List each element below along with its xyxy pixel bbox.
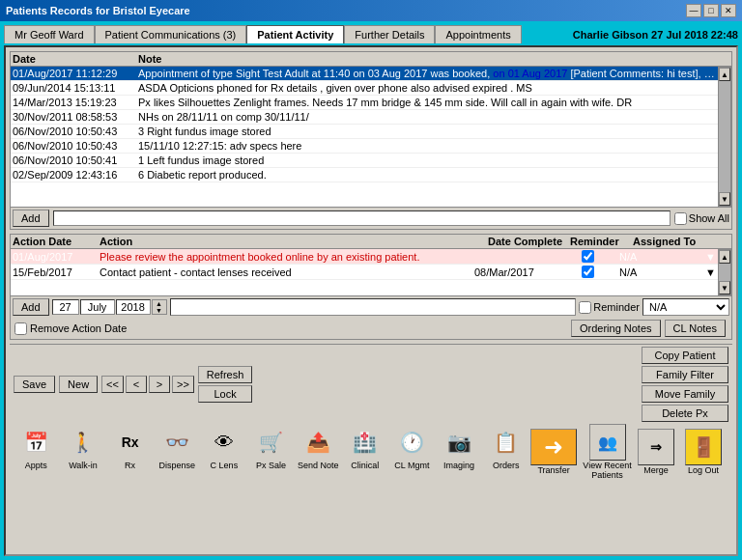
scroll-down-btn[interactable]: ▼: [719, 192, 730, 206]
rx-icon-btn[interactable]: Rx Rx: [107, 424, 153, 480]
lock-button[interactable]: Lock: [198, 385, 253, 403]
activity-row[interactable]: 01/Aug/2017 11:12:29 Appointment of type…: [11, 67, 718, 81]
actions-scroll-area: 01/Aug/2017 Please review the appointmen…: [11, 249, 731, 295]
reminder-label[interactable]: Reminder: [579, 301, 640, 314]
activity-row[interactable]: 06/Nov/2010 10:50:43 3 Right fundus imag…: [11, 125, 718, 139]
scroll-up-btn[interactable]: ▲: [719, 68, 730, 81]
pxsale-icon-btn[interactable]: 🛒 Px Sale: [248, 424, 294, 480]
logout-icon: 🚪: [685, 429, 722, 465]
merge-icon: ⇒: [638, 429, 674, 465]
show-all-label[interactable]: Show All: [674, 212, 729, 225]
delete-px-button[interactable]: Delete Px: [642, 405, 728, 422]
clmgmt-icon-btn[interactable]: 🕐 CL Mgmt: [389, 424, 435, 480]
day-input[interactable]: [52, 299, 79, 315]
walkin-icon-btn[interactable]: 🚶 Walk-in: [61, 424, 106, 480]
activity-scroll[interactable]: 01/Aug/2017 11:12:29 Appointment of type…: [11, 67, 718, 207]
activity-scrollbar[interactable]: ▲ ▼: [718, 67, 731, 207]
spinner-up[interactable]: ▲: [153, 300, 166, 307]
assigned-select[interactable]: N/A: [642, 298, 729, 316]
scroll-thumb[interactable]: [719, 264, 730, 281]
activity-note: ASDA Opticions phoned for Rx details , g…: [138, 82, 716, 94]
scroll-thumb[interactable]: [719, 81, 730, 192]
month-input[interactable]: [80, 299, 115, 315]
imaging-label: Imaging: [443, 461, 474, 470]
transfer-icon: ➜: [530, 429, 577, 465]
activity-date: 09/Jun/2014 15:13:11: [13, 82, 138, 94]
view-recent-button[interactable]: 👥 View Recent Patients: [581, 424, 634, 480]
sendnote-icon-btn[interactable]: 📤 Send Note: [296, 424, 341, 480]
walkin-label: Walk-in: [69, 461, 98, 470]
add-reminder-checkbox[interactable]: [579, 301, 591, 314]
action-row[interactable]: 15/Feb/2017 Contact patient - contact le…: [11, 265, 718, 280]
family-filter-button[interactable]: Family Filter: [642, 366, 728, 383]
nav-last-button[interactable]: >>: [172, 376, 194, 393]
year-input[interactable]: [116, 299, 151, 315]
dispense-icon-btn[interactable]: 👓 Dispense: [155, 424, 200, 480]
imaging-icon: 📷: [441, 424, 477, 461]
imaging-icon-btn[interactable]: 📷 Imaging: [437, 424, 482, 480]
window-controls[interactable]: — □ ✕: [686, 4, 736, 17]
tabs-area: Mr Geoff Ward Patient Communications (3)…: [4, 25, 522, 43]
transfer-label: Transfer: [537, 465, 569, 475]
activity-note: 3 Right fundus image stored: [138, 126, 716, 137]
nav-next-button[interactable]: >: [149, 376, 170, 393]
merge-label: Merge: [643, 465, 669, 475]
clinical-label: Clinical: [351, 461, 379, 470]
clinical-icon-btn[interactable]: 🏥 Clinical: [342, 424, 387, 480]
tab-patient-activity[interactable]: Patient Activity: [246, 25, 344, 43]
date-spinner[interactable]: ▲ ▼: [152, 299, 167, 315]
ordering-notes-button[interactable]: Ordering Notes: [571, 320, 661, 337]
activity-row[interactable]: 02/Sep/2009 12:43:16 6 Diabetic report p…: [11, 168, 718, 182]
close-button[interactable]: ✕: [721, 4, 736, 17]
reminder-checkbox[interactable]: [582, 250, 594, 263]
activity-note: NHs on 28/11/11 on comp 30/11/11/: [138, 111, 716, 123]
activity-row[interactable]: 06/Nov/2010 10:50:41 1 Left fundus image…: [11, 154, 718, 168]
pxsale-label: Px Sale: [256, 461, 286, 470]
tab-appointments[interactable]: Appointments: [435, 25, 521, 43]
move-family-button[interactable]: Move Family: [642, 385, 728, 403]
col-note-header: Note: [138, 53, 729, 65]
show-all-checkbox[interactable]: [674, 212, 687, 225]
save-button[interactable]: Save: [14, 376, 55, 393]
reminder-checkbox[interactable]: [582, 266, 594, 278]
action-date: 15/Feb/2017: [13, 266, 100, 278]
activity-bottom-bar: Add Show All: [11, 207, 731, 229]
nav-prev-button[interactable]: <: [126, 376, 147, 393]
scroll-up-btn[interactable]: ▲: [719, 250, 730, 264]
action-add-button[interactable]: Add: [13, 298, 49, 316]
transfer-button[interactable]: ➜ Transfer: [530, 429, 577, 475]
spinner-down[interactable]: ▼: [153, 307, 166, 314]
activity-row[interactable]: 14/Mar/2013 15:19:23 Px likes Silhouette…: [11, 96, 718, 110]
dispense-label: Dispense: [158, 461, 195, 470]
action-reminder: [556, 266, 619, 278]
activity-row[interactable]: 09/Jun/2014 15:13:11 ASDA Opticions phon…: [11, 81, 718, 96]
cl-notes-button[interactable]: CL Notes: [665, 320, 726, 337]
actions-scroll[interactable]: 01/Aug/2017 Please review the appointmen…: [11, 249, 718, 295]
right-side-buttons: Copy Patient Family Filter Move Family D…: [642, 347, 728, 422]
merge-button[interactable]: ⇒ Merge: [638, 429, 674, 475]
logout-button[interactable]: 🚪 Log Out: [678, 429, 728, 475]
appts-icon-btn[interactable]: 📅 Appts: [14, 424, 59, 480]
action-row[interactable]: 01/Aug/2017 Please review the appointmen…: [11, 249, 718, 265]
copy-patient-button[interactable]: Copy Patient: [642, 347, 728, 364]
tab-further-details[interactable]: Further Details: [344, 25, 435, 43]
maximize-button[interactable]: □: [703, 4, 719, 17]
clens-icon-btn[interactable]: 👁 C Lens: [202, 424, 247, 480]
remove-action-checkbox[interactable]: [14, 322, 27, 335]
activity-date: 30/Nov/2011 08:58:53: [13, 111, 138, 123]
actions-scrollbar[interactable]: ▲ ▼: [718, 249, 731, 295]
new-button[interactable]: New: [59, 376, 98, 393]
rx-icon: Rx: [112, 424, 149, 461]
activity-row[interactable]: 06/Nov/2010 10:50:43 15/11/10 12:27:15: …: [11, 139, 718, 154]
orders-icon-btn[interactable]: 📋 Orders: [483, 424, 528, 480]
activity-note-input[interactable]: [53, 210, 671, 226]
refresh-button[interactable]: Refresh: [198, 366, 253, 383]
minimize-button[interactable]: —: [686, 4, 701, 17]
tab-patient-communications[interactable]: Patient Communications (3): [95, 25, 247, 43]
activity-row[interactable]: 30/Nov/2011 08:58:53 NHs on 28/11/11 on …: [11, 110, 718, 125]
activity-add-button[interactable]: Add: [13, 210, 49, 227]
action-note-input[interactable]: [170, 298, 577, 316]
tab-patient-name[interactable]: Mr Geoff Ward: [4, 25, 95, 43]
scroll-down-btn[interactable]: ▼: [719, 281, 730, 294]
nav-first-button[interactable]: <<: [101, 376, 124, 393]
